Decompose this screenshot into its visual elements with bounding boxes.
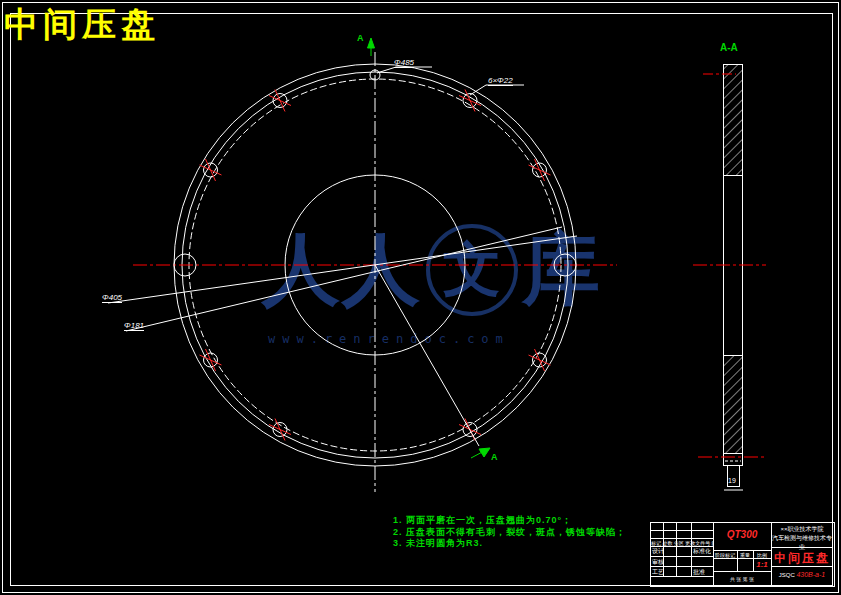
design-label: 设计 <box>652 547 664 555</box>
cut-mark-top: A <box>357 33 364 43</box>
check-label: 审核 <box>652 558 664 566</box>
grid-line <box>713 571 771 572</box>
approve-label: 批准 <box>693 568 705 576</box>
sheet-border <box>3 3 839 593</box>
note-3: 3. 未注明圆角为R3. <box>393 537 483 550</box>
section-hatch-bottom <box>724 356 743 454</box>
section-label: A-A <box>720 42 738 53</box>
grid-line <box>650 566 713 567</box>
section-cut-line <box>375 265 479 446</box>
dim-inner-bore: Φ181 <box>124 321 144 331</box>
drawing-number-prefix: JSQC <box>779 572 795 578</box>
leader-outer-dim <box>108 236 577 303</box>
scale-label: 比例 <box>753 551 771 559</box>
material-value: QT300 <box>713 529 771 540</box>
sheet-title: 中间压盘 <box>4 2 160 48</box>
sheet-count: 共 张 第 张 <box>713 575 771 583</box>
weight-label: 重量 <box>737 551 753 559</box>
organization-line1: ××职业技术学院 <box>771 525 833 534</box>
drawing-number-code: 430B-a-1 <box>796 571 825 578</box>
revision-header: 标记 处数 分区 更改文件号 签名 年月日 <box>651 539 713 547</box>
drawing-number: JSQC 430B-a-1 <box>771 571 833 578</box>
cut-mark-bottom: A <box>491 452 498 462</box>
process-label: 工艺 <box>652 568 664 576</box>
grid-line <box>650 556 713 557</box>
leader-holes-dim <box>470 85 524 95</box>
dim-outer: Φ405 <box>102 293 122 303</box>
section-hatch-top <box>724 65 743 176</box>
section-arrowhead-bottom <box>479 448 490 457</box>
section-view <box>724 65 744 491</box>
grid-line <box>650 530 713 531</box>
grid-line <box>650 576 713 577</box>
part-name: 中间压盘 <box>771 550 833 567</box>
stage-label: 阶段标记 <box>713 551 737 559</box>
dim-thickness: 19 <box>728 477 736 484</box>
cad-sheet: 人人 文 库 www.renrendoc.com <box>0 0 841 595</box>
drawing-canvas <box>0 0 841 595</box>
dim-bolt-holes: 6×Φ22 <box>488 76 513 86</box>
leader-inner-dim <box>126 227 562 331</box>
standardization-label: 标准化 <box>693 547 711 555</box>
dim-top-circle: Φ485 <box>394 58 414 68</box>
scale-value: 1:1 <box>753 560 771 569</box>
section-arrowhead-top <box>368 38 375 48</box>
